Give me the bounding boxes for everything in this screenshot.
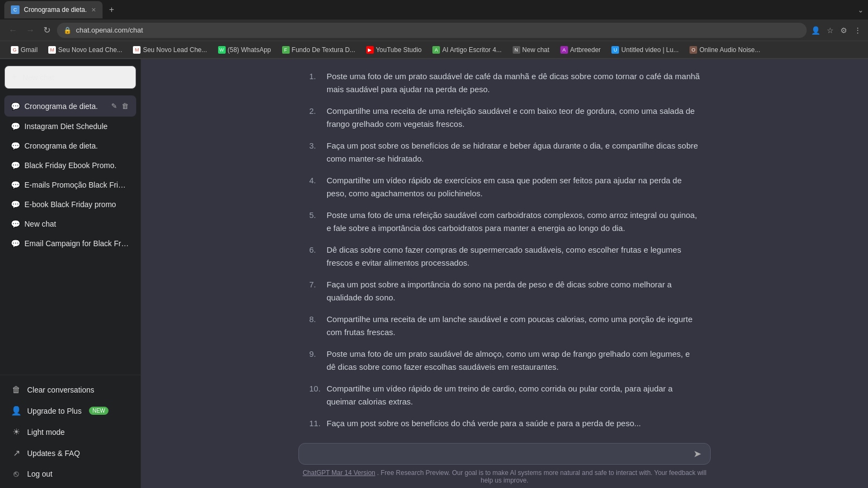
chat-icon: 💬: [11, 161, 20, 170]
bookmark-newchat[interactable]: NNew chat: [508, 45, 554, 55]
bookmark-star-icon[interactable]: ☆: [827, 26, 834, 35]
chat-icon: 💬: [11, 142, 20, 150]
bookmark-label: Gmail: [21, 46, 37, 54]
bookmark-label: AI Artigo Escritor 4...: [442, 46, 501, 54]
bookmark-favicon: F: [282, 46, 290, 54]
sidebar-bottom-faq[interactable]: ↗ Updates & FAQ: [4, 442, 136, 464]
input-wrapper: ➤ ChatGPT Mar 14 Version . Free Research…: [298, 443, 711, 484]
bookmark-youtube[interactable]: ▶YouTube Studio: [362, 45, 426, 55]
chat-item-bfebook[interactable]: 💬 Black Friday Ebook Promo.: [4, 156, 136, 175]
message-number: 5.: [309, 209, 322, 235]
chat-label: E-mails Promoção Black Friday: [24, 181, 130, 189]
message-text: Faça um post sobre os benefícios de se h…: [327, 139, 700, 165]
chat-item-diet1[interactable]: 💬 Cronograma de dieta. ✎ 🗑: [4, 95, 136, 117]
nav-bar: ← → ↻ 🔒 chat.openai.com/chat 👤 ☆ ⚙ ⋮: [0, 20, 868, 41]
list-item: 4. Compartilhe um vídeo rápido de exercí…: [309, 174, 700, 200]
chat-label: Email Campaign for Black Frida: [24, 239, 130, 248]
chat-item-email_camp[interactable]: 💬 Email Campaign for Black Frida: [4, 234, 136, 253]
profile-icon[interactable]: 👤: [811, 26, 820, 35]
message-number: 3.: [309, 139, 322, 165]
plus-icon: +: [11, 72, 17, 83]
delete-chat-button[interactable]: 🗑: [120, 101, 130, 111]
bookmark-gmail[interactable]: GGmail: [7, 45, 42, 55]
bottom-label-light: Light mode: [27, 428, 65, 436]
chat-item-insta[interactable]: 💬 Instagram Diet Schedule: [4, 117, 136, 136]
active-tab[interactable]: C Cronograma de dieta. ✕: [4, 1, 103, 18]
sidebar-bottom-logout[interactable]: ⎋ Log out: [4, 464, 136, 484]
list-item: 7. Faça um post sobre a importância do s…: [309, 278, 700, 304]
list-item: 9. Poste uma foto de um prato saudável d…: [309, 348, 700, 374]
refresh-button[interactable]: ↻: [41, 23, 53, 37]
bookmark-artbreeder[interactable]: AArtbreeder: [556, 45, 605, 55]
bookmark-artigo[interactable]: AAI Artigo Escritor 4...: [428, 45, 506, 55]
bookmark-lead1[interactable]: MSeu Novo Lead Che...: [44, 45, 126, 55]
chat-input[interactable]: [308, 449, 689, 459]
message-number: 1.: [309, 70, 322, 96]
sidebar-bottom-clear[interactable]: 🗑 Clear conversations: [4, 380, 136, 400]
bookmark-whatsapp[interactable]: W(58) WhatsApp: [214, 45, 276, 55]
footer-version-link[interactable]: ChatGPT Mar 14 Version: [303, 469, 375, 477]
bookmark-favicon: O: [690, 46, 697, 54]
chat-area: 1. Poste uma foto de um prato saudável d…: [141, 59, 868, 436]
list-item: 8. Compartilhe uma receita de um lanche …: [309, 313, 700, 339]
bookmark-untitled[interactable]: UUntitled video | Lu...: [607, 45, 683, 55]
new-tab-button[interactable]: +: [105, 3, 118, 17]
message-list: 1. Poste uma foto de um prato saudável d…: [309, 70, 700, 430]
bookmark-label: Seu Novo Lead Che...: [58, 46, 122, 54]
bookmark-label: YouTube Studio: [376, 46, 422, 54]
main-content: 1. Poste uma foto de um prato saudável d…: [141, 59, 868, 488]
chat-item-newchat[interactable]: 💬 New chat: [4, 214, 136, 234]
list-item: 2. Compartilhe uma receita de uma refeiç…: [309, 105, 700, 131]
chat-label: Black Friday Ebook Promo.: [24, 161, 130, 170]
upgrade-badge: NEW: [89, 407, 108, 415]
send-button[interactable]: ➤: [693, 448, 701, 460]
bookmark-audio[interactable]: OOnline Audio Noise...: [685, 45, 764, 55]
message-text: Compartilhe uma receita de um lanche sau…: [327, 313, 700, 339]
chat-item-emails[interactable]: 💬 E-mails Promoção Black Friday: [4, 175, 136, 195]
sidebar-bottom-upgrade[interactable]: 👤 Upgrade to Plus NEW: [4, 400, 136, 421]
bookmark-lead2[interactable]: MSeu Novo Lead Che...: [129, 45, 211, 55]
input-box: ➤: [298, 443, 711, 465]
list-item: 3. Faça um post sobre os benefícios de s…: [309, 139, 700, 165]
message-number: 2.: [309, 105, 322, 131]
chat-icon: 💬: [11, 122, 20, 131]
forward-button[interactable]: →: [24, 23, 37, 37]
message-number: 9.: [309, 348, 322, 374]
tab-title: Cronograma de dieta.: [24, 6, 87, 14]
message-text: Poste uma foto de uma refeição saudável …: [327, 209, 700, 235]
list-item: 6. Dê dicas sobre como fazer compras de …: [309, 243, 700, 269]
menu-icon[interactable]: ⋮: [854, 26, 861, 35]
message-text: Poste uma foto de um prato saudável de a…: [327, 348, 700, 374]
bookmark-favicon: ▶: [366, 46, 374, 54]
sidebar-bottom-light[interactable]: ☀ Light mode: [4, 421, 136, 442]
message-number: 10.: [309, 382, 322, 408]
bookmark-favicon: M: [48, 46, 56, 54]
chat-item-ebookbf[interactable]: 💬 E-book Black Friday promo: [4, 195, 136, 214]
list-item: 1. Poste uma foto de um prato saudável d…: [309, 70, 700, 96]
bookmark-favicon: A: [432, 46, 440, 54]
tab-close-button[interactable]: ✕: [91, 7, 96, 14]
chat-item-diet2[interactable]: 💬 Cronograma de dieta.: [4, 136, 136, 156]
bookmark-label: (58) WhatsApp: [228, 46, 271, 54]
browser-chrome: C Cronograma de dieta. ✕ + ⌄ ← → ↻ 🔒 cha…: [0, 0, 868, 59]
edit-chat-button[interactable]: ✎: [110, 101, 118, 111]
input-area: ➤ ChatGPT Mar 14 Version . Free Research…: [141, 436, 868, 488]
message-text: Compartilhe uma receita de uma refeição …: [327, 105, 700, 131]
new-chat-button[interactable]: + New chat: [4, 66, 136, 89]
tab-list-icon[interactable]: ⌄: [858, 6, 864, 14]
sidebar-bottom: 🗑 Clear conversations 👤 Upgrade to Plus …: [0, 375, 141, 488]
message-text: Compartilhe um vídeo rápido de um treino…: [327, 382, 700, 408]
app: + New chat 💬 Cronograma de dieta. ✎ 🗑 💬 …: [0, 59, 868, 488]
bookmark-fundo[interactable]: FFundo De Textura D...: [278, 45, 360, 55]
bottom-icon-faq: ↗: [11, 448, 22, 458]
back-button[interactable]: ←: [7, 23, 20, 37]
sidebar-top: + New chat: [0, 59, 141, 95]
extensions-icon[interactable]: ⚙: [840, 26, 847, 35]
nav-icons: 👤 ☆ ⚙ ⋮: [811, 26, 861, 35]
address-bar[interactable]: 🔒 chat.openai.com/chat: [57, 23, 807, 38]
message-text: Compartilhe um vídeo rápido de exercício…: [327, 174, 700, 200]
tab-favicon: C: [11, 5, 20, 14]
bottom-label-logout: Log out: [27, 470, 53, 478]
message-number: 11.: [309, 417, 322, 430]
message-text: Dê dicas sobre como fazer compras de sup…: [327, 243, 700, 269]
